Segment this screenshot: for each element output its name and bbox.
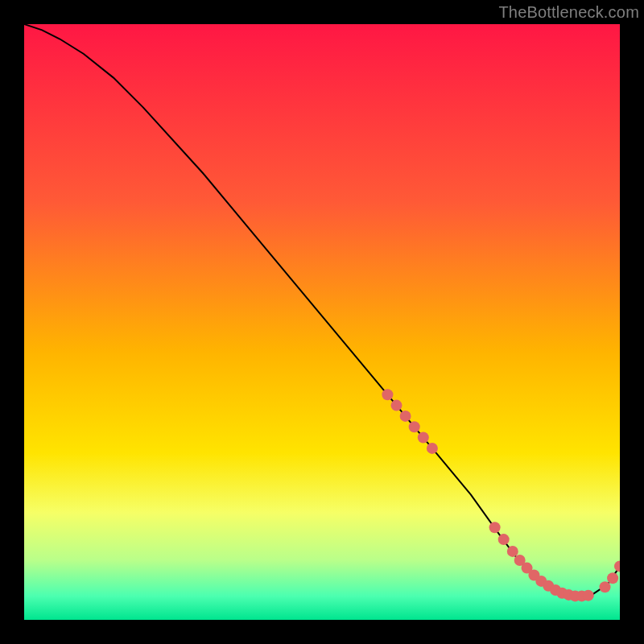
scatter-dot [382,389,393,400]
scatter-dot [400,411,411,422]
scatter-dot [507,546,518,557]
chart-container: TheBottleneck.com [0,0,644,644]
scatter-dot [607,572,618,584]
scatter-dot [427,443,438,454]
scatter-dot [583,590,594,601]
scatter-dot [489,522,501,533]
scatter-dot [498,534,510,545]
plot-area [24,24,620,620]
scatter-dot [600,581,611,592]
gradient-background [24,24,620,620]
scatter-dot [391,400,402,411]
scatter-dot [409,421,420,432]
attribution-label: TheBottleneck.com [498,3,639,22]
scatter-dot [418,432,429,444]
chart-svg [24,24,620,620]
